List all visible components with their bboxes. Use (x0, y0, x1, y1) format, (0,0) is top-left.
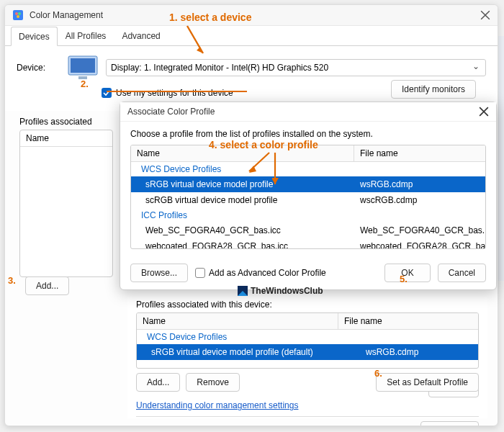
add-advanced-checkbox[interactable]: Add as Advanced Color Profile (195, 268, 326, 279)
watermark-text: TheWindowsClub (251, 286, 323, 296)
browse-button[interactable]: Browse... (130, 264, 188, 282)
profile-name: sRGB virtual device model profile (defau… (137, 346, 360, 359)
profile-listbox[interactable]: Name File name WCS Device Profiles sRGB … (130, 145, 486, 249)
profile-file: webcoated_FOGRA28_GCR_bas... (354, 240, 486, 249)
profiles-outer-name-hdr: Name (20, 130, 112, 147)
profile-row[interactable]: Web_SC_FOGRA40_GCR_bas.icc Web_SC_FOGRA4… (131, 222, 485, 238)
window-close-icon[interactable] (480, 10, 490, 20)
profiles-associated-label: Profiles associated (19, 117, 106, 127)
profile-row[interactable]: scRGB virtual device model profile wscRG… (131, 192, 485, 208)
profile-name: scRGB virtual device model profile (131, 194, 354, 207)
add-button-outer[interactable]: Add... (25, 276, 69, 295)
device-label: Device: (17, 63, 60, 73)
add-advanced-label: Add as Advanced Color Profile (209, 268, 326, 278)
tab-devices[interactable]: Devices (11, 27, 58, 46)
device-dropdown-value: Display: 1. Integrated Monitor - Intel(R… (111, 63, 328, 73)
svg-rect-6 (78, 76, 87, 79)
checkbox-empty-icon[interactable] (195, 268, 205, 278)
profiles-associated-list[interactable]: Name File name WCS Device Profiles sRGB … (136, 312, 479, 369)
understanding-link[interactable]: Understanding color management settings (136, 400, 298, 410)
dialog-close-icon[interactable] (479, 107, 489, 117)
svg-point-2 (18, 12, 21, 15)
dialog-title: Associate Color Profile (127, 107, 479, 117)
profiles-associated-panel: Profiles associated with this device: Na… (127, 297, 487, 418)
watermark: TheWindowsClub (238, 286, 323, 296)
profile-file: wsRGB.cdmp (354, 178, 485, 191)
svg-rect-5 (71, 58, 95, 73)
profile-name: sRGB virtual device model profile (131, 178, 354, 191)
profiles-outer-list[interactable]: Name (19, 130, 113, 277)
associate-profile-dialog: Associate Color Profile Choose a profile… (120, 102, 497, 290)
set-default-button[interactable]: Set as Default Profile (376, 373, 479, 392)
monitor-icon (67, 55, 99, 81)
col-file[interactable]: File name (354, 145, 485, 161)
remove-button[interactable]: Remove (186, 373, 240, 392)
col-name-hdr: Name (137, 313, 338, 329)
use-my-settings-label: Use my settings for this device (116, 88, 233, 98)
ok-button[interactable]: OK (384, 264, 430, 282)
profile-file: wscRGB.cdmp (354, 194, 485, 207)
svg-point-3 (17, 15, 19, 18)
profile-row[interactable]: sRGB virtual device model profile wsRGB.… (131, 176, 485, 192)
profile-name: Web_SC_FOGRA40_GCR_bas.icc (131, 224, 354, 237)
close-button[interactable]: Close (420, 421, 479, 426)
identify-monitors-button[interactable]: Identify monitors (391, 80, 476, 99)
tab-all-profiles[interactable]: All Profiles (58, 26, 114, 45)
profile-row[interactable]: webcoated_FOGRA28_GCR_bas.icc webcoated_… (131, 238, 485, 249)
profile-name: webcoated_FOGRA28_GCR_bas.icc (131, 240, 354, 249)
group-icc-profiles: ICC Profiles (131, 208, 485, 222)
profiles-associated-label2: Profiles associated with this device: (136, 300, 479, 310)
profile-row-selected[interactable]: sRGB virtual device model profile (defau… (137, 344, 478, 360)
group-wcs-profiles: WCS Device Profiles (131, 162, 485, 176)
checkbox-checked-icon[interactable] (102, 88, 112, 98)
window-title: Color Management (30, 10, 480, 20)
app-icon (12, 9, 24, 21)
profile-file: Web_SC_FOGRA40_GCR_bas.icc (354, 224, 486, 237)
watermark-icon (238, 286, 248, 296)
profile-file: wsRGB.cdmp (360, 346, 478, 359)
profiles-associated-outer: Profiles associated Name (19, 117, 106, 277)
cancel-button[interactable]: Cancel (438, 264, 486, 282)
device-dropdown[interactable]: Display: 1. Integrated Monitor - Intel(R… (106, 59, 486, 76)
col-name[interactable]: Name (131, 145, 354, 161)
svg-point-1 (15, 12, 18, 15)
group-wcs: WCS Device Profiles (137, 330, 478, 344)
titlebar: Color Management (5, 5, 498, 26)
tabbar: Devices All Profiles Advanced (5, 26, 498, 46)
add-button[interactable]: Add... (136, 373, 180, 392)
col-file-hdr: File name (338, 313, 478, 329)
tab-advanced[interactable]: Advanced (114, 26, 168, 45)
dialog-desc: Choose a profile from the list of profil… (130, 129, 486, 139)
